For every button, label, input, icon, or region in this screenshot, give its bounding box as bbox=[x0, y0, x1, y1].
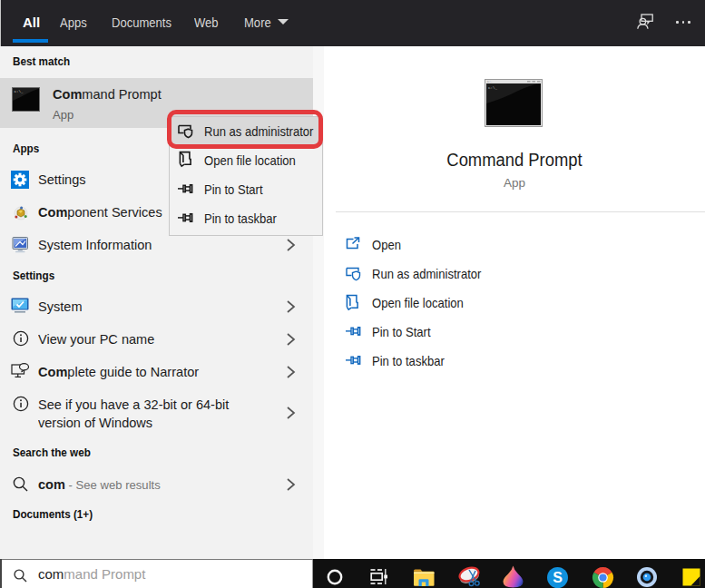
svg-text:C:\_: C:\_ bbox=[15, 90, 24, 93]
svg-text:C:.: C:. bbox=[487, 80, 493, 83]
svg-text:C:\_: C:\_ bbox=[488, 86, 498, 90]
svg-text:S: S bbox=[553, 570, 563, 585]
